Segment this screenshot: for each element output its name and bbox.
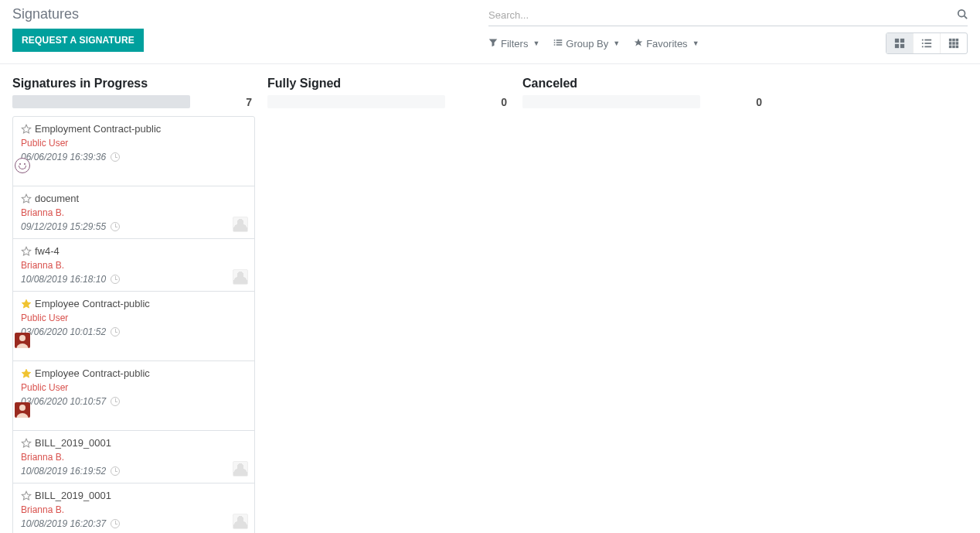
- svg-rect-3: [554, 42, 556, 43]
- clock-icon[interactable]: [111, 327, 120, 337]
- card-title: Employee Contract-public: [35, 298, 150, 309]
- svg-rect-25: [952, 46, 955, 49]
- svg-rect-14: [922, 46, 924, 48]
- list-view-button[interactable]: [914, 33, 941, 53]
- kanban-card[interactable]: Employment Contract-publicPublic User06/…: [13, 117, 254, 186]
- kanban-column: Canceled0: [522, 77, 778, 533]
- card-date-row: 10/08/2019 16:20:37: [21, 518, 247, 529]
- card-date-row: 09/12/2019 15:29:55: [21, 221, 247, 232]
- svg-rect-17: [924, 46, 931, 48]
- kanban-column: Fully Signed0: [267, 77, 522, 533]
- column-title[interactable]: Canceled: [522, 77, 765, 91]
- card-user: Public User: [21, 136, 247, 150]
- svg-rect-18: [949, 39, 952, 42]
- column-progress-bar: [522, 95, 700, 108]
- chevron-down-icon: ▼: [692, 39, 699, 47]
- star-icon[interactable]: [21, 368, 32, 379]
- clock-icon[interactable]: [111, 519, 120, 528]
- star-icon[interactable]: [21, 438, 32, 449]
- header-left: Signatures REQUEST A SIGNATURE: [12, 6, 144, 60]
- svg-rect-16: [924, 43, 931, 44]
- kanban-card[interactable]: BILL_2019_0001Brianna B.10/08/2019 16:19…: [13, 431, 254, 483]
- avatar: [15, 158, 30, 173]
- svg-rect-2: [554, 39, 556, 41]
- column-title[interactable]: Fully Signed: [267, 77, 510, 91]
- card-title: Employment Contract-public: [35, 123, 161, 135]
- card-date-row: 06/06/2019 16:39:36: [21, 152, 247, 162]
- card-title-row: Employee Contract-public: [21, 298, 247, 309]
- chevron-down-icon: ▼: [613, 39, 620, 47]
- clock-icon[interactable]: [111, 152, 120, 162]
- kanban-card[interactable]: BILL_2019_0001Brianna B.10/08/2019 16:20…: [13, 483, 254, 533]
- clock-icon[interactable]: [111, 222, 120, 231]
- svg-rect-7: [556, 44, 563, 46]
- search-icon[interactable]: [957, 9, 968, 22]
- kanban-card[interactable]: fw4-4Brianna B.10/08/2019 16:18:10: [13, 239, 254, 292]
- column-count: 0: [501, 96, 510, 108]
- card-date-row: 10/08/2019 16:18:10: [21, 274, 247, 285]
- filters-button[interactable]: Filters ▼: [488, 38, 539, 50]
- grid-view-button[interactable]: [941, 33, 967, 53]
- card-title: BILL_2019_0001: [35, 490, 111, 501]
- clock-icon[interactable]: [111, 275, 120, 284]
- column-progress-bar: [267, 95, 445, 108]
- card-date: 10/08/2019 16:18:10: [21, 274, 106, 285]
- svg-rect-21: [949, 42, 952, 45]
- svg-rect-4: [554, 44, 556, 46]
- column-progress-bar: [12, 95, 190, 108]
- svg-rect-24: [949, 46, 952, 49]
- card-title: fw4-4: [35, 245, 60, 257]
- header: Signatures REQUEST A SIGNATURE Filters ▼: [0, 0, 980, 64]
- column-title[interactable]: Signatures in Progress: [12, 77, 255, 91]
- card-title: BILL_2019_0001: [35, 437, 111, 449]
- search-row: [488, 6, 968, 26]
- avatar: [15, 402, 30, 418]
- clock-icon[interactable]: [111, 397, 120, 406]
- svg-rect-10: [895, 44, 899, 48]
- clock-icon[interactable]: [111, 466, 120, 476]
- kanban-card[interactable]: Employee Contract-publicPublic User03/06…: [13, 292, 254, 361]
- groupby-label: Group By: [566, 38, 608, 50]
- star-icon[interactable]: [21, 246, 32, 257]
- favorites-button[interactable]: Favorites ▼: [634, 38, 699, 50]
- card-title-row: BILL_2019_0001: [21, 490, 247, 501]
- card-title-row: Employment Contract-public: [21, 123, 247, 135]
- card-title: Employee Contract-public: [35, 367, 150, 379]
- request-signature-button[interactable]: REQUEST A SIGNATURE: [12, 29, 144, 52]
- card-user: Public User: [21, 381, 247, 395]
- card-user: Brianna B.: [21, 450, 247, 464]
- card-date: 09/12/2019 15:29:55: [21, 221, 106, 232]
- list-icon: [553, 38, 563, 50]
- card-date: 03/06/2020 10:01:52: [21, 326, 106, 337]
- search-input[interactable]: [488, 6, 957, 24]
- avatar: [15, 333, 30, 348]
- star-icon[interactable]: [21, 299, 32, 309]
- card-list: Employment Contract-publicPublic User06/…: [12, 116, 255, 533]
- svg-rect-23: [956, 42, 959, 45]
- page-title: Signatures: [12, 6, 144, 22]
- svg-rect-13: [922, 43, 924, 44]
- svg-rect-20: [956, 39, 959, 42]
- column-count: 0: [756, 96, 765, 108]
- card-date-row: 03/06/2020 10:01:52: [21, 326, 247, 337]
- groupby-button[interactable]: Group By ▼: [553, 38, 620, 50]
- svg-rect-15: [924, 39, 931, 41]
- svg-rect-11: [900, 44, 904, 48]
- kanban-card[interactable]: Employee Contract-publicPublic User03/06…: [13, 361, 254, 431]
- kanban-column: Signatures in Progress7Employment Contra…: [12, 77, 267, 533]
- star-icon[interactable]: [21, 490, 32, 501]
- card-title-row: fw4-4: [21, 245, 247, 257]
- card-user: Brianna B.: [21, 503, 247, 517]
- filter-group: Filters ▼ Group By ▼ Favorites ▼: [488, 38, 699, 50]
- star-icon[interactable]: [21, 124, 32, 135]
- kanban-view-button[interactable]: [886, 33, 914, 53]
- kanban-card[interactable]: documentBrianna B.09/12/2019 15:29:55: [13, 186, 254, 239]
- svg-rect-22: [952, 42, 955, 45]
- avatar: [233, 269, 248, 285]
- star-icon[interactable]: [21, 193, 32, 204]
- card-date-row: 10/08/2019 16:19:52: [21, 466, 247, 477]
- card-title-row: Employee Contract-public: [21, 367, 247, 379]
- funnel-icon: [488, 38, 498, 50]
- svg-rect-8: [895, 39, 899, 43]
- card-user: Public User: [21, 311, 247, 325]
